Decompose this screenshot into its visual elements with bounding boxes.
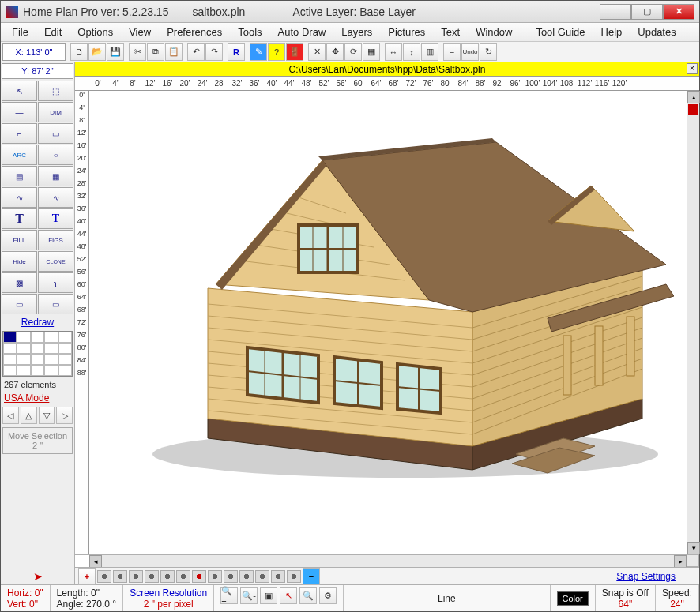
menu-edit[interactable]: Edit <box>36 24 70 40</box>
usa-mode-link[interactable]: USA Mode <box>1 391 74 405</box>
snap-dot[interactable] <box>239 570 254 583</box>
tool-curve2[interactable]: ∿ <box>38 187 73 208</box>
menu-view[interactable]: View <box>121 24 159 40</box>
menu-tools[interactable]: Tools <box>230 24 269 40</box>
move-down-icon[interactable]: ▽ <box>39 407 55 424</box>
scroll-down-icon[interactable]: ▾ <box>687 542 700 554</box>
undo2-icon[interactable]: Undo <box>461 43 479 61</box>
menu-preferences[interactable]: Preferences <box>159 24 230 40</box>
tool-arc[interactable]: ARC <box>2 145 37 165</box>
tool-dim[interactable]: DIM <box>38 102 73 122</box>
tool-text[interactable]: T <box>2 208 37 229</box>
copy-icon[interactable]: ⧉ <box>147 43 164 61</box>
tool-rect3[interactable]: ▭ <box>38 294 73 314</box>
snap-dot[interactable] <box>224 570 238 583</box>
region-icon[interactable]: R <box>228 43 245 61</box>
color-palette[interactable] <box>2 331 73 377</box>
snap-dot[interactable] <box>113 570 127 583</box>
new-icon[interactable]: 🗋 <box>70 43 88 61</box>
move-left-icon[interactable]: ◁ <box>2 407 19 424</box>
scroll-up-icon[interactable]: ▴ <box>687 91 700 103</box>
eraser-icon[interactable]: ✎ <box>250 43 267 61</box>
scrollbar-vertical[interactable]: ▴ ▾ <box>687 91 699 554</box>
filepath-close-icon[interactable]: × <box>687 63 698 74</box>
tool-circle[interactable]: ○ <box>38 145 73 165</box>
open-icon[interactable]: 📂 <box>88 43 106 61</box>
zoom-out-icon[interactable]: − <box>303 568 320 585</box>
tool-pattern2[interactable]: ▦ <box>38 166 73 186</box>
tool-marquee[interactable]: ⬚ <box>38 81 73 101</box>
status-color[interactable]: Color <box>551 585 596 611</box>
tool-fill[interactable]: FILL <box>2 230 37 250</box>
snap-settings-link[interactable]: Snap Settings <box>610 571 682 582</box>
menu-autodraw[interactable]: Auto Draw <box>270 24 334 40</box>
snap-dot[interactable] <box>97 570 111 583</box>
fit-icon[interactable]: ▣ <box>260 587 277 604</box>
tool-hide[interactable]: Hide <box>2 251 37 272</box>
move-up-icon[interactable]: △ <box>21 407 37 424</box>
exit-icon[interactable]: 🚪 <box>286 43 303 61</box>
scroll-right-icon[interactable]: ▸ <box>674 555 687 568</box>
grid-icon[interactable]: ▦ <box>363 43 380 61</box>
tool-clone[interactable]: CLONE <box>38 251 73 272</box>
tool-image[interactable]: ▩ <box>2 272 37 293</box>
tool-curve[interactable]: ∿ <box>2 187 37 208</box>
close-button[interactable]: ✕ <box>663 4 694 20</box>
menu-pictures[interactable]: Pictures <box>380 24 433 40</box>
move-right-icon[interactable]: ▷ <box>56 407 73 424</box>
tool-path[interactable]: ʅ <box>38 272 73 293</box>
harrow-icon[interactable]: ↔ <box>385 43 402 61</box>
tool-rect2[interactable]: ▭ <box>2 294 37 314</box>
help-icon[interactable]: ? <box>268 43 285 61</box>
snap-dot[interactable] <box>176 570 190 583</box>
find-icon[interactable]: 🔍 <box>299 587 317 604</box>
redraw-link[interactable]: Redraw <box>1 315 74 329</box>
tool-line[interactable]: — <box>2 102 37 122</box>
snap-dot[interactable] <box>255 570 269 583</box>
delete-icon[interactable]: ✕ <box>308 43 326 61</box>
snap-dot[interactable] <box>287 570 301 583</box>
tool-select[interactable]: ↖ <box>2 81 37 101</box>
select-icon[interactable]: ↖ <box>280 587 297 604</box>
tool-pattern1[interactable]: ▤ <box>2 166 37 186</box>
scroll-left-icon[interactable]: ◂ <box>89 555 102 568</box>
menu-help[interactable]: Help <box>593 24 630 40</box>
redo2-icon[interactable]: ↻ <box>480 43 497 61</box>
zoomin-icon[interactable]: 🔍+ <box>220 587 238 604</box>
menu-updates[interactable]: Updates <box>630 24 683 40</box>
tool-rect[interactable]: ▭ <box>38 123 73 144</box>
snap-dot-active[interactable] <box>192 570 206 583</box>
menu-options[interactable]: Options <box>70 24 121 40</box>
canvas[interactable] <box>89 91 687 554</box>
snap-dot[interactable] <box>129 570 143 583</box>
move-icon[interactable]: ✥ <box>326 43 344 61</box>
refresh-icon[interactable]: ⟳ <box>344 43 362 61</box>
undo-icon[interactable]: ↶ <box>187 43 205 61</box>
snap-dot[interactable] <box>271 570 285 583</box>
cut-icon[interactable]: ✂ <box>129 43 146 61</box>
menu-layers[interactable]: Layers <box>333 24 380 40</box>
redo-icon[interactable]: ↷ <box>205 43 223 61</box>
maximize-button[interactable]: ▢ <box>631 4 663 20</box>
menu-text[interactable]: Text <box>433 24 468 40</box>
tool-fast-text[interactable]: T <box>38 208 73 229</box>
menu-toolguide[interactable]: Tool Guide <box>520 24 593 40</box>
snap-dot[interactable] <box>145 570 159 583</box>
varrow-icon[interactable]: ↕ <box>403 43 420 61</box>
minimize-button[interactable]: — <box>600 4 631 20</box>
measure-icon[interactable]: ≡ <box>443 43 461 61</box>
scrollbar-horizontal[interactable]: ◂ ▸ <box>89 554 687 567</box>
zoom-in-icon[interactable]: + <box>78 568 96 585</box>
zoomout-icon[interactable]: 🔍- <box>240 587 258 604</box>
align-icon[interactable]: ▥ <box>421 43 438 61</box>
settings-icon[interactable]: ⚙ <box>319 587 337 604</box>
tool-corner[interactable]: ⌐ <box>2 123 37 144</box>
snap-dot[interactable] <box>160 570 175 583</box>
arrow-right-icon[interactable]: ➤ <box>1 569 74 584</box>
menu-file[interactable]: File <box>4 24 36 40</box>
snap-dot[interactable] <box>208 570 222 583</box>
menu-window[interactable]: Window <box>468 24 520 40</box>
paste-icon[interactable]: 📋 <box>165 43 183 61</box>
save-icon[interactable]: 💾 <box>107 43 124 61</box>
tool-figs[interactable]: FIGS <box>38 230 73 250</box>
